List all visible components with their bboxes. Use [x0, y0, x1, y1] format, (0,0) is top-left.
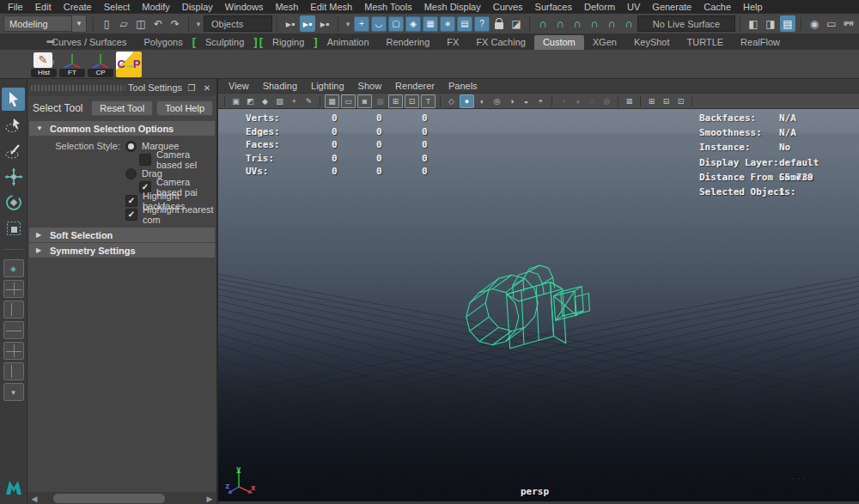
- checkbox-highlight-backfaces[interactable]: ✓: [125, 195, 137, 207]
- tool-help-button[interactable]: Tool Help: [156, 100, 213, 116]
- layout-single-pane[interactable]: ◈: [3, 259, 24, 277]
- modeling-toolkit-icon[interactable]: ◧: [746, 15, 761, 32]
- mask-rendering-icon[interactable]: ▤: [457, 16, 472, 32]
- drag-handle-icon[interactable]: [31, 85, 125, 91]
- menu-mesh-display[interactable]: Mesh Display: [418, 1, 487, 13]
- field-chart-icon[interactable]: ⊞: [388, 94, 403, 108]
- panel-menu-shading[interactable]: Shading: [256, 80, 304, 92]
- section-soft-selection[interactable]: ▶ Soft Selection: [29, 228, 215, 242]
- menu-generate[interactable]: Generate: [646, 1, 698, 13]
- menu-file[interactable]: File: [2, 1, 29, 13]
- safe-action-icon[interactable]: ⊡: [405, 94, 419, 108]
- highlight-selection-icon[interactable]: ◪: [509, 15, 524, 32]
- bookmark-icon[interactable]: ◆: [259, 95, 271, 107]
- lock-selection-icon[interactable]: [491, 15, 507, 32]
- save-scene-icon[interactable]: ◫: [133, 15, 149, 32]
- menu-display[interactable]: Display: [176, 1, 219, 13]
- shelf-item-cp[interactable]: CP: [88, 52, 113, 77]
- float-panel-icon[interactable]: ❐: [186, 82, 198, 94]
- view-transform-icon[interactable]: ○: [586, 95, 599, 107]
- snap-view-plane-icon[interactable]: ∩: [604, 15, 619, 32]
- new-scene-icon[interactable]: ▯: [99, 15, 114, 32]
- isolate-select-icon[interactable]: ⊠: [623, 95, 636, 107]
- mask-surfaces-icon[interactable]: ◈: [405, 16, 421, 32]
- mask-curves-icon[interactable]: ▢: [388, 16, 404, 32]
- panel-menu-panels[interactable]: Panels: [442, 80, 484, 92]
- undo-icon[interactable]: ↶: [150, 15, 166, 32]
- ambient-occlusion-icon[interactable]: ◒: [520, 95, 533, 107]
- scrollbar-track[interactable]: [41, 494, 203, 503]
- menu-help[interactable]: Help: [737, 1, 769, 13]
- menu-edit-mesh[interactable]: Edit Mesh: [304, 1, 358, 13]
- mask-points-icon[interactable]: ◡: [371, 16, 387, 32]
- xray-active-icon[interactable]: ⊟: [660, 95, 673, 107]
- make-live-icon[interactable]: ∩: [621, 15, 637, 32]
- open-scene-icon[interactable]: ▱: [116, 15, 131, 32]
- shelf-item-convert-to-p-icon[interactable]: C→P: [116, 52, 142, 77]
- render-frame-icon[interactable]: ▭: [824, 15, 839, 32]
- mask-deformations-icon[interactable]: ▦: [423, 16, 438, 32]
- tab-polygons[interactable]: Polygons: [135, 35, 191, 50]
- no-live-surface-field[interactable]: No Live Surface: [637, 15, 735, 32]
- tab-curves-surfaces[interactable]: Curves / Surfaces: [43, 35, 135, 50]
- attribute-editor-icon[interactable]: ◨: [763, 15, 778, 32]
- film-gate-icon[interactable]: ▭: [341, 94, 356, 108]
- menu-curves[interactable]: Curves: [487, 1, 529, 13]
- menu-uv[interactable]: UV: [621, 1, 646, 13]
- grease-pencil-icon[interactable]: ✎: [302, 95, 315, 107]
- tab-realflow[interactable]: RealFlow: [732, 35, 789, 50]
- layout-hypershade-persp[interactable]: [3, 342, 24, 360]
- tab-animation[interactable]: Animation: [319, 35, 378, 50]
- image-plane-icon[interactable]: ▧: [273, 95, 286, 107]
- select-object-icon[interactable]: ▸▪: [300, 15, 315, 32]
- snap-point-icon[interactable]: ∩: [570, 15, 585, 32]
- viewport-canvas[interactable]: Verts:000Edges:000Faces:000Tris:000UVs:0…: [218, 109, 859, 504]
- redo-icon[interactable]: ↷: [168, 15, 183, 32]
- plate-mode-icon[interactable]: ⊡: [674, 95, 687, 107]
- menu-edit[interactable]: Edit: [29, 1, 58, 13]
- shadows-icon[interactable]: ◑: [505, 95, 518, 107]
- panel-menu-lighting[interactable]: Lighting: [304, 80, 351, 92]
- channel-box-icon[interactable]: ▤: [780, 15, 795, 32]
- snap-projected-center-icon[interactable]: ∩: [587, 15, 602, 32]
- xray-icon[interactable]: ⊞: [645, 95, 658, 107]
- menu-modify[interactable]: Modify: [136, 1, 175, 13]
- tab-custom[interactable]: Custom: [534, 35, 584, 50]
- shaded-icon[interactable]: ●: [460, 94, 474, 108]
- scrollbar-thumb[interactable]: [53, 494, 165, 503]
- mask-dropdown-arrow[interactable]: ▾: [344, 15, 352, 32]
- menu-mesh[interactable]: Mesh: [269, 1, 304, 13]
- gamma-icon[interactable]: ◕: [571, 95, 584, 107]
- menu-deform[interactable]: Deform: [578, 1, 621, 13]
- resolution-gate-icon[interactable]: ◙: [357, 94, 372, 108]
- section-symmetry-settings[interactable]: ▶ Symmetry Settings: [29, 243, 215, 258]
- objects-field[interactable]: Objects: [204, 15, 272, 32]
- shelf-item-ft[interactable]: FT: [59, 52, 85, 77]
- section-common-selection-options[interactable]: ▼ Common Selection Options: [29, 121, 215, 136]
- pan-zoom-icon[interactable]: +: [288, 95, 301, 107]
- menu-select[interactable]: Select: [98, 1, 137, 13]
- mask-dynamics-icon[interactable]: ∗: [440, 16, 455, 32]
- tab-sculpting[interactable]: Sculpting: [197, 35, 253, 50]
- wireframe-icon[interactable]: ◇: [445, 95, 458, 107]
- shelf-tab-menu-icon[interactable]: ▬: [45, 36, 57, 45]
- layout-persp-outliner[interactable]: [3, 301, 24, 319]
- checkbox-highlight-nearest-com[interactable]: ✓: [125, 209, 137, 221]
- textured-icon[interactable]: ◐: [476, 95, 489, 107]
- menu-cache[interactable]: Cache: [698, 1, 737, 13]
- scroll-right-icon[interactable]: ▶: [204, 495, 215, 503]
- menu-surfaces[interactable]: Surfaces: [529, 1, 578, 13]
- tab-fx-caching[interactable]: FX Caching: [467, 35, 533, 50]
- safe-title-icon[interactable]: T: [421, 94, 436, 108]
- tool-settings-titlebar[interactable]: Tool Settings ❐ ✕: [27, 79, 216, 96]
- panel-menu-show[interactable]: Show: [351, 80, 389, 92]
- motion-blur-icon[interactable]: ◓: [534, 95, 547, 107]
- rotate-tool[interactable]: [2, 191, 25, 214]
- shelf-item-hist[interactable]: ✎Hist: [31, 52, 57, 77]
- use-all-lights-icon[interactable]: ◎: [490, 95, 503, 107]
- move-tool[interactable]: [2, 165, 25, 188]
- render-view-icon[interactable]: ◉: [807, 15, 822, 32]
- checkbox-camera-based-sel[interactable]: [139, 154, 151, 166]
- exposure-icon[interactable]: ◔: [557, 95, 570, 107]
- gate-mask-icon[interactable]: ▩: [374, 95, 387, 107]
